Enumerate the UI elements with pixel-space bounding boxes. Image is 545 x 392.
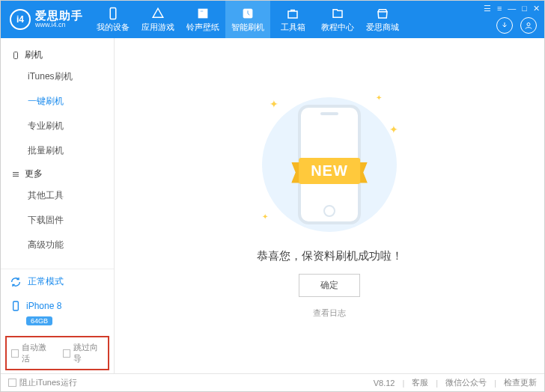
sidebar-item-download-fw[interactable]: 下载固件 — [1, 208, 114, 233]
menu-icon[interactable]: ☰ — [484, 4, 491, 13]
sidebar: 刷机 iTunes刷机 一键刷机 专业刷机 批量刷机 更多 其他工具 下载固件 … — [1, 38, 115, 373]
sidebar-item-batch-flash[interactable]: 批量刷机 — [1, 138, 114, 163]
svg-rect-0 — [110, 7, 116, 19]
storage-badge: 64GB — [26, 316, 52, 325]
device-name: iPhone 8 — [26, 301, 61, 311]
nav-apps[interactable]: 应用游戏 — [136, 1, 180, 38]
window-controls: ☰ ≡ — □ ✕ — [484, 4, 540, 13]
device-row[interactable]: iPhone 8 64GB — [1, 294, 114, 333]
sidebar-group-more[interactable]: 更多 — [1, 163, 114, 183]
sidebar-item-itunes-flash[interactable]: iTunes刷机 — [1, 64, 114, 89]
ok-button[interactable]: 确定 — [299, 274, 360, 297]
brand-title: 爱思助手 — [35, 10, 83, 22]
nav-my-device[interactable]: 我的设备 — [91, 1, 136, 38]
maximize-button[interactable]: □ — [522, 4, 527, 13]
checkbox-icon — [8, 379, 16, 387]
sidebar-item-other-tools[interactable]: 其他工具 — [1, 183, 114, 208]
status-bar: 阻止iTunes运行 V8.12 | 客服 | 微信公众号 | 检查更新 — [1, 373, 544, 391]
sidebar-item-pro-flash[interactable]: 专业刷机 — [1, 114, 114, 138]
nav-tutorial[interactable]: 教程中心 — [315, 1, 360, 38]
phone-small-icon — [10, 300, 22, 312]
phone-icon — [106, 7, 120, 20]
minimize-button[interactable]: — — [508, 4, 516, 13]
support-link[interactable]: 客服 — [412, 377, 428, 388]
svg-rect-2 — [200, 10, 204, 12]
sparkle-icon: ✦ — [270, 98, 278, 110]
auto-activate-checkbox[interactable]: 自动激活 — [11, 342, 52, 364]
brand-subtitle: www.i4.cn — [35, 22, 83, 29]
tutorial-icon — [331, 7, 344, 20]
nav-store[interactable]: 爱思商城 — [360, 1, 405, 38]
skip-guide-checkbox[interactable]: 跳过向导 — [63, 342, 104, 364]
nav-toolbox[interactable]: 工具箱 — [270, 1, 315, 38]
sparkle-icon: ✦ — [376, 94, 382, 102]
refresh-icon — [10, 276, 22, 288]
list-icon — [11, 170, 20, 179]
checkbox-icon — [63, 349, 70, 358]
svg-rect-7 — [13, 301, 19, 310]
close-button[interactable]: ✕ — [533, 4, 540, 13]
account-button[interactable] — [520, 17, 537, 34]
highlight-box: 自动激活 跳过向导 — [5, 336, 109, 370]
sidebar-item-advanced[interactable]: 高级功能 — [1, 233, 114, 257]
sparkle-icon: ✦ — [262, 212, 268, 221]
app-window: i4 爱思助手 www.i4.cn 我的设备 应用游戏 铃声壁纸 智能刷机 — [0, 0, 545, 392]
download-button[interactable] — [496, 17, 513, 34]
svg-rect-1 — [198, 9, 207, 18]
main-panel: ✦ ✦ ✦ ✦ NEW 恭喜您，保资料刷机成功啦！ 确定 查看日志 — [115, 38, 544, 373]
store-icon — [376, 7, 389, 20]
brand-badge-icon: i4 — [10, 9, 31, 30]
settings-icon[interactable]: ≡ — [497, 4, 502, 13]
sidebar-item-oneclick-flash[interactable]: 一键刷机 — [1, 89, 114, 114]
success-illustration: ✦ ✦ ✦ ✦ NEW — [247, 94, 412, 236]
body: 刷机 iTunes刷机 一键刷机 专业刷机 批量刷机 更多 其他工具 下载固件 … — [1, 38, 544, 373]
sidebar-group-flash[interactable]: 刷机 — [1, 44, 114, 64]
header-actions — [496, 17, 537, 34]
flash-icon — [241, 7, 255, 20]
sidebar-bottom: 正常模式 iPhone 8 64GB 自动激活 跳过向导 — [1, 269, 114, 373]
svg-rect-6 — [14, 52, 18, 58]
header-bar: i4 爱思助手 www.i4.cn 我的设备 应用游戏 铃声壁纸 智能刷机 — [1, 1, 544, 38]
checkbox-icon — [11, 349, 19, 358]
nav-ringtones[interactable]: 铃声壁纸 — [180, 1, 225, 38]
block-itunes-checkbox[interactable]: 阻止iTunes运行 — [8, 377, 77, 388]
toolbox-icon — [286, 7, 299, 20]
svg-point-5 — [527, 23, 530, 26]
device-mode-row[interactable]: 正常模式 — [1, 269, 114, 294]
version-label: V8.12 — [374, 379, 395, 388]
check-update-link[interactable]: 检查更新 — [504, 377, 537, 388]
wallpaper-icon — [196, 7, 210, 20]
top-nav: 我的设备 应用游戏 铃声壁纸 智能刷机 工具箱 教程中心 — [91, 1, 405, 38]
brand-logo: i4 爱思助手 www.i4.cn — [1, 9, 91, 30]
new-ribbon: NEW — [299, 158, 360, 184]
apps-icon — [151, 7, 165, 20]
sparkle-icon: ✦ — [389, 123, 398, 135]
wechat-link[interactable]: 微信公众号 — [445, 377, 487, 388]
success-message: 恭喜您，保资料刷机成功啦！ — [257, 249, 403, 263]
view-log-link[interactable]: 查看日志 — [313, 307, 346, 319]
nav-flash[interactable]: 智能刷机 — [225, 1, 270, 38]
device-icon — [11, 51, 20, 60]
svg-rect-4 — [288, 11, 297, 18]
